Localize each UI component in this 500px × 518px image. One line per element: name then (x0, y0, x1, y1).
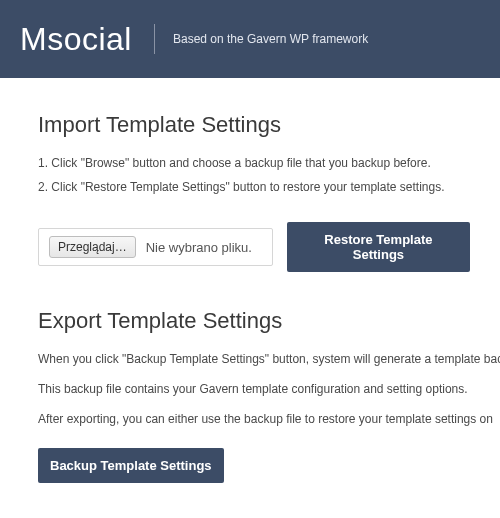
import-step-1: 1. Click "Browse" button and choose a ba… (38, 156, 470, 170)
browse-button[interactable]: Przeglądaj… (49, 236, 136, 258)
backup-button[interactable]: Backup Template Settings (38, 448, 224, 483)
brand-tagline: Based on the Gavern WP framework (173, 32, 368, 46)
export-section-title: Export Template Settings (38, 308, 470, 334)
backup-button-wrapper: Backup Template Settings (38, 448, 470, 483)
file-input-box[interactable]: Przeglądaj… Nie wybrano pliku. (38, 228, 273, 266)
export-paragraph-1: When you click "Backup Template Settings… (38, 352, 470, 366)
import-step-2: 2. Click "Restore Template Settings" but… (38, 180, 470, 194)
file-status-text: Nie wybrano pliku. (146, 240, 252, 255)
app-header: Msocial Based on the Gavern WP framework (0, 0, 500, 78)
export-paragraph-3: After exporting, you can either use the … (38, 412, 470, 426)
header-divider (154, 24, 155, 54)
brand-title: Msocial (20, 21, 132, 58)
restore-button[interactable]: Restore Template Settings (287, 222, 470, 272)
file-upload-row: Przeglądaj… Nie wybrano pliku. Restore T… (38, 222, 470, 272)
main-content: Import Template Settings 1. Click "Brows… (0, 78, 500, 503)
export-paragraph-2: This backup file contains your Gavern te… (38, 382, 470, 396)
import-section-title: Import Template Settings (38, 112, 470, 138)
